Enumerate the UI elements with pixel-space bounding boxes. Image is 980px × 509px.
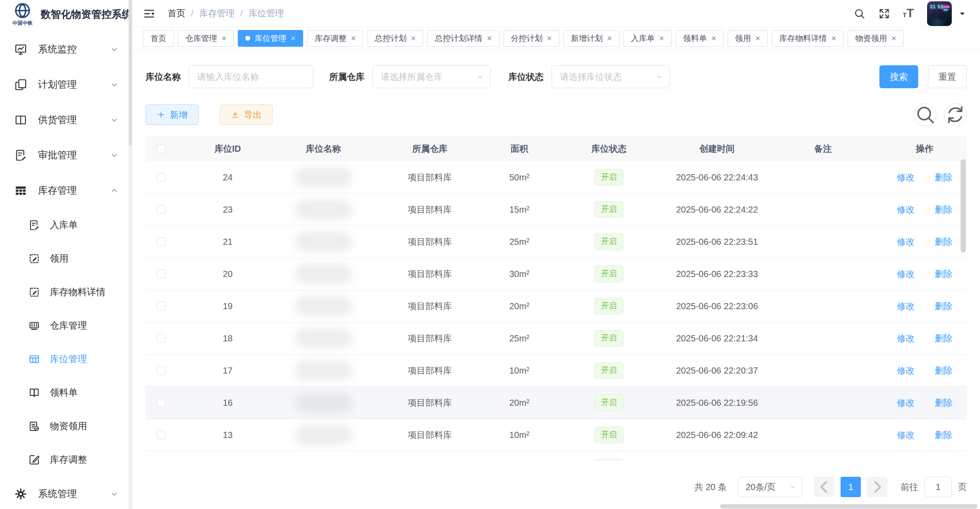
select-all-checkbox[interactable] bbox=[157, 144, 165, 153]
row-checkbox[interactable] bbox=[157, 269, 165, 278]
tab-master-plan-detail[interactable]: 总控计划详情× bbox=[427, 30, 499, 47]
edit-link[interactable]: 修改 bbox=[897, 268, 915, 280]
sidebar-item-supply-management[interactable]: 供货管理 bbox=[0, 102, 132, 138]
edit-link[interactable]: 修改 bbox=[897, 397, 915, 409]
user-menu-caret-icon[interactable] bbox=[958, 9, 967, 18]
tab-close-icon[interactable]: × bbox=[351, 34, 356, 42]
tab-location-management[interactable]: 库位管理× bbox=[238, 30, 303, 47]
tab-master-plan[interactable]: 总控计划× bbox=[367, 30, 423, 47]
tab-requisition[interactable]: 领用× bbox=[728, 30, 768, 47]
delete-link[interactable]: 删除 bbox=[935, 268, 953, 280]
breadcrumb-inventory-management[interactable]: 库存管理 bbox=[199, 7, 235, 19]
delete-link[interactable]: 删除 bbox=[935, 397, 953, 409]
page-size-select[interactable]: 20条/页 bbox=[738, 477, 803, 497]
table-refresh-button[interactable] bbox=[944, 103, 967, 126]
prev-page-button[interactable] bbox=[814, 477, 834, 497]
page-horizontal-scrollbar[interactable] bbox=[720, 504, 977, 509]
row-checkbox[interactable] bbox=[157, 237, 165, 246]
sidebar-item-inventory-management[interactable]: 库存管理 bbox=[0, 173, 132, 208]
delete-link[interactable]: 删除 bbox=[935, 236, 953, 248]
reset-button[interactable]: 重置 bbox=[928, 65, 967, 88]
row-checkbox[interactable] bbox=[157, 366, 165, 375]
sidebar-item-plan-management[interactable]: 计划管理 bbox=[0, 67, 132, 102]
tab-close-icon[interactable]: × bbox=[607, 34, 612, 42]
row-checkbox[interactable] bbox=[157, 398, 165, 407]
delete-link[interactable]: 删除 bbox=[935, 333, 953, 344]
sidebar-item-material-requisition[interactable]: 物资领用 bbox=[0, 409, 132, 443]
table-search-toggle-button[interactable] bbox=[914, 103, 937, 126]
edit-link[interactable]: 修改 bbox=[897, 365, 915, 377]
row-checkbox[interactable] bbox=[157, 334, 165, 343]
edit-link[interactable]: 修改 bbox=[897, 236, 915, 248]
row-checkbox[interactable] bbox=[157, 205, 165, 214]
tab-close-icon[interactable]: × bbox=[831, 34, 836, 42]
row-checkbox[interactable] bbox=[157, 302, 165, 311]
goto-page-input[interactable] bbox=[924, 477, 952, 497]
fullscreen-icon[interactable] bbox=[878, 7, 890, 20]
sidebar-item-inventory-adjustment[interactable]: 库存调整 bbox=[0, 443, 132, 476]
tab-close-icon[interactable]: × bbox=[222, 34, 226, 42]
sidebar-scrollbar-thumb[interactable] bbox=[129, 0, 132, 146]
tab-close-icon[interactable]: × bbox=[711, 34, 716, 42]
delete-link[interactable]: 删除 bbox=[935, 429, 953, 441]
delete-link[interactable]: 删除 bbox=[935, 172, 953, 183]
cell-warehouse: 项目部料库 bbox=[368, 397, 492, 409]
tab-inbound-order[interactable]: 入库单× bbox=[623, 30, 672, 47]
edit-link[interactable]: 修改 bbox=[897, 300, 915, 312]
delete-link[interactable]: 删除 bbox=[935, 365, 953, 377]
sidebar-item-requisition[interactable]: 领用 bbox=[0, 242, 132, 275]
export-button[interactable]: 导出 bbox=[220, 105, 273, 125]
tab-close-icon[interactable]: × bbox=[659, 34, 664, 42]
tab-close-icon[interactable]: × bbox=[291, 34, 296, 42]
warehouse-select[interactable]: 请选择所属仓库 bbox=[372, 65, 491, 88]
search-button[interactable]: 搜索 bbox=[879, 65, 918, 88]
app-logo[interactable]: 中国中铁 数智化物资管控系统 bbox=[0, 0, 132, 28]
header-cell: 库位名称 bbox=[279, 143, 368, 155]
search-icon[interactable] bbox=[853, 7, 866, 20]
page-unit-label: 页 bbox=[958, 481, 967, 493]
edit-link[interactable]: 修改 bbox=[897, 333, 915, 344]
font-size-icon[interactable]: тT bbox=[903, 7, 914, 19]
tab-inventory-material-detail[interactable]: 库存物料详情× bbox=[772, 30, 844, 47]
sidebar-item-inventory-material-detail[interactable]: 库存物料详情 bbox=[0, 275, 132, 309]
cell-location-name-redacted bbox=[295, 264, 352, 284]
tab-close-icon[interactable]: × bbox=[411, 34, 416, 42]
tab-close-icon[interactable]: × bbox=[547, 34, 552, 42]
tab-new-plan[interactable]: 新增计划× bbox=[563, 30, 620, 47]
sidebar-item-approval-management[interactable]: 审批管理 bbox=[0, 138, 132, 173]
tab-sub-plan[interactable]: 分控计划× bbox=[503, 30, 559, 47]
tab-inventory-adjustment[interactable]: 库存调整× bbox=[307, 30, 363, 47]
edit-link[interactable]: 修改 bbox=[897, 204, 915, 216]
cell-location-name-redacted bbox=[295, 232, 352, 252]
breadcrumb-home[interactable]: 首页 bbox=[168, 7, 185, 19]
tab-close-icon[interactable]: × bbox=[891, 34, 896, 42]
next-page-button[interactable] bbox=[867, 477, 887, 497]
tab-home[interactable]: 首页 bbox=[143, 30, 174, 47]
status-select[interactable]: 请选择库位状态 bbox=[552, 65, 670, 88]
sidebar-item-system-monitor[interactable]: 系统监控 bbox=[0, 32, 132, 67]
add-button[interactable]: 新增 bbox=[146, 105, 199, 125]
row-checkbox[interactable] bbox=[157, 430, 165, 439]
tab-material-requisition[interactable]: 物资领用× bbox=[848, 30, 904, 47]
tab-warehouse-management[interactable]: 仓库管理× bbox=[178, 30, 234, 47]
sidebar-collapse-icon[interactable] bbox=[143, 7, 155, 20]
sidebar-item-inbound-order[interactable]: 入库单 bbox=[0, 208, 132, 242]
edit-link[interactable]: 修改 bbox=[897, 429, 915, 441]
sidebar-item-system-management[interactable]: 系统管理 bbox=[0, 476, 132, 509]
tab-close-icon[interactable]: × bbox=[755, 34, 760, 42]
sidebar-item-material-requisition-order[interactable]: 领料单 bbox=[0, 376, 132, 409]
table-vertical-scrollbar[interactable] bbox=[961, 159, 966, 253]
edit-link[interactable]: 修改 bbox=[897, 172, 915, 183]
delete-link[interactable]: 删除 bbox=[935, 204, 953, 216]
filter-row: 库位名称 所属仓库 请选择所属仓库 库位状态 请选择库位状态 搜索 重置 bbox=[146, 65, 967, 88]
sidebar-item-location-management[interactable]: 库位管理 bbox=[0, 342, 132, 376]
location-name-input[interactable] bbox=[189, 65, 313, 88]
delete-link[interactable]: 删除 bbox=[935, 300, 953, 312]
tab-material-requisition-order[interactable]: 领料单× bbox=[676, 30, 724, 47]
tab-close-icon[interactable]: × bbox=[487, 34, 492, 42]
page-number-current[interactable]: 1 bbox=[841, 477, 861, 497]
user-avatar[interactable]: 21 52 bbox=[927, 1, 952, 26]
status-badge: 开启 bbox=[594, 298, 623, 314]
sidebar-item-warehouse-management[interactable]: 仓库管理 bbox=[0, 309, 132, 342]
row-checkbox[interactable] bbox=[157, 173, 165, 182]
